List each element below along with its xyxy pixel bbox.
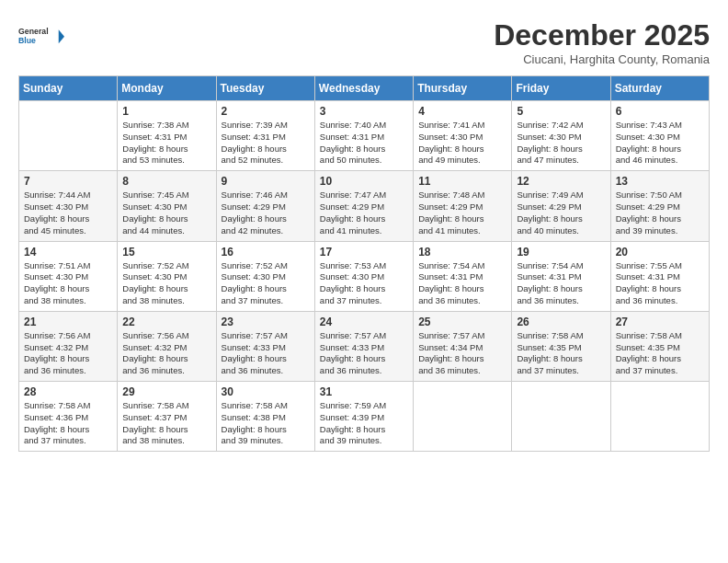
day-info: Sunrise: 7:56 AMSunset: 4:32 PMDaylight:… bbox=[122, 330, 210, 377]
day-number: 13 bbox=[616, 175, 704, 188]
day-info: Sunrise: 7:52 AMSunset: 4:30 PMDaylight:… bbox=[222, 260, 310, 307]
day-number: 6 bbox=[616, 105, 704, 118]
day-info: Sunrise: 7:43 AMSunset: 4:30 PMDaylight:… bbox=[616, 120, 704, 167]
day-number: 27 bbox=[616, 316, 704, 328]
day-info: Sunrise: 7:40 AMSunset: 4:31 PMDaylight:… bbox=[320, 120, 408, 167]
day-cell: 18Sunrise: 7:54 AMSunset: 4:31 PMDayligh… bbox=[414, 241, 512, 311]
day-cell: 24Sunrise: 7:57 AMSunset: 4:33 PMDayligh… bbox=[314, 311, 413, 381]
day-number: 3 bbox=[320, 105, 408, 118]
day-info: Sunrise: 7:42 AMSunset: 4:30 PMDaylight:… bbox=[517, 120, 605, 167]
month-title: December 2025 bbox=[494, 18, 710, 52]
day-info: Sunrise: 7:48 AMSunset: 4:29 PMDaylight:… bbox=[418, 190, 506, 236]
weekday-header-sunday: Sunday bbox=[19, 76, 118, 101]
day-number: 25 bbox=[418, 316, 506, 328]
day-number: 11 bbox=[418, 175, 506, 188]
day-cell: 17Sunrise: 7:53 AMSunset: 4:30 PMDayligh… bbox=[314, 241, 413, 311]
day-info: Sunrise: 7:58 AMSunset: 4:35 PMDaylight:… bbox=[517, 330, 605, 377]
day-cell: 30Sunrise: 7:58 AMSunset: 4:38 PMDayligh… bbox=[216, 382, 314, 452]
day-cell: 20Sunrise: 7:55 AMSunset: 4:31 PMDayligh… bbox=[610, 241, 709, 311]
day-cell: 6Sunrise: 7:43 AMSunset: 4:30 PMDaylight… bbox=[610, 101, 709, 171]
day-number: 20 bbox=[616, 246, 704, 259]
day-info: Sunrise: 7:39 AMSunset: 4:31 PMDaylight:… bbox=[222, 120, 310, 167]
day-number: 5 bbox=[517, 105, 605, 118]
weekday-header-thursday: Thursday bbox=[414, 76, 512, 101]
week-row-5: 28Sunrise: 7:58 AMSunset: 4:36 PMDayligh… bbox=[19, 382, 710, 452]
day-cell: 5Sunrise: 7:42 AMSunset: 4:30 PMDaylight… bbox=[512, 101, 610, 171]
day-number: 9 bbox=[222, 175, 310, 188]
day-number: 28 bbox=[24, 385, 112, 398]
day-number: 23 bbox=[222, 316, 310, 328]
day-info: Sunrise: 7:50 AMSunset: 4:29 PMDaylight:… bbox=[616, 190, 704, 236]
svg-text:Blue: Blue bbox=[18, 36, 36, 45]
day-cell bbox=[512, 382, 610, 452]
day-number: 8 bbox=[122, 175, 210, 188]
weekday-header-wednesday: Wednesday bbox=[314, 76, 413, 101]
day-number: 12 bbox=[517, 175, 605, 188]
day-number: 22 bbox=[122, 316, 210, 328]
day-info: Sunrise: 7:44 AMSunset: 4:30 PMDaylight:… bbox=[24, 190, 112, 236]
day-number: 2 bbox=[222, 105, 310, 118]
day-info: Sunrise: 7:57 AMSunset: 4:33 PMDaylight:… bbox=[222, 330, 310, 377]
day-cell: 16Sunrise: 7:52 AMSunset: 4:30 PMDayligh… bbox=[216, 241, 314, 311]
day-cell: 12Sunrise: 7:49 AMSunset: 4:29 PMDayligh… bbox=[512, 171, 610, 241]
day-number: 29 bbox=[122, 385, 210, 398]
day-number: 7 bbox=[24, 175, 112, 188]
week-row-4: 21Sunrise: 7:56 AMSunset: 4:32 PMDayligh… bbox=[19, 311, 710, 381]
day-cell: 31Sunrise: 7:59 AMSunset: 4:39 PMDayligh… bbox=[314, 382, 413, 452]
day-number: 10 bbox=[320, 175, 408, 188]
day-info: Sunrise: 7:41 AMSunset: 4:30 PMDaylight:… bbox=[418, 120, 506, 167]
day-cell: 4Sunrise: 7:41 AMSunset: 4:30 PMDaylight… bbox=[414, 101, 512, 171]
day-info: Sunrise: 7:45 AMSunset: 4:30 PMDaylight:… bbox=[122, 190, 210, 236]
day-number: 14 bbox=[24, 246, 112, 259]
day-cell: 9Sunrise: 7:46 AMSunset: 4:29 PMDaylight… bbox=[216, 171, 314, 241]
day-cell: 8Sunrise: 7:45 AMSunset: 4:30 PMDaylight… bbox=[118, 171, 216, 241]
day-info: Sunrise: 7:49 AMSunset: 4:29 PMDaylight:… bbox=[517, 190, 605, 236]
location-subtitle: Ciucani, Harghita County, Romania bbox=[494, 52, 710, 66]
day-cell: 2Sunrise: 7:39 AMSunset: 4:31 PMDaylight… bbox=[216, 101, 314, 171]
day-cell: 22Sunrise: 7:56 AMSunset: 4:32 PMDayligh… bbox=[118, 311, 216, 381]
day-cell: 14Sunrise: 7:51 AMSunset: 4:30 PMDayligh… bbox=[19, 241, 118, 311]
day-cell: 23Sunrise: 7:57 AMSunset: 4:33 PMDayligh… bbox=[216, 311, 314, 381]
day-info: Sunrise: 7:58 AMSunset: 4:37 PMDaylight:… bbox=[122, 400, 210, 447]
day-info: Sunrise: 7:52 AMSunset: 4:30 PMDaylight:… bbox=[122, 260, 210, 307]
day-info: Sunrise: 7:56 AMSunset: 4:32 PMDaylight:… bbox=[24, 330, 112, 377]
day-cell: 26Sunrise: 7:58 AMSunset: 4:35 PMDayligh… bbox=[512, 311, 610, 381]
day-info: Sunrise: 7:38 AMSunset: 4:31 PMDaylight:… bbox=[122, 120, 210, 167]
logo-svg: General Blue bbox=[18, 18, 64, 55]
day-cell bbox=[414, 382, 512, 452]
day-cell: 27Sunrise: 7:58 AMSunset: 4:35 PMDayligh… bbox=[610, 311, 709, 381]
day-number: 1 bbox=[122, 105, 210, 118]
weekday-header-friday: Friday bbox=[512, 76, 610, 101]
day-info: Sunrise: 7:51 AMSunset: 4:30 PMDaylight:… bbox=[24, 260, 112, 307]
day-number: 24 bbox=[320, 316, 408, 328]
svg-marker-2 bbox=[59, 29, 64, 43]
day-cell: 7Sunrise: 7:44 AMSunset: 4:30 PMDaylight… bbox=[19, 171, 118, 241]
day-cell: 3Sunrise: 7:40 AMSunset: 4:31 PMDaylight… bbox=[314, 101, 413, 171]
day-cell bbox=[610, 382, 709, 452]
week-row-1: 1Sunrise: 7:38 AMSunset: 4:31 PMDaylight… bbox=[19, 101, 710, 171]
day-number: 4 bbox=[418, 105, 506, 118]
day-cell: 29Sunrise: 7:58 AMSunset: 4:37 PMDayligh… bbox=[118, 382, 216, 452]
day-info: Sunrise: 7:58 AMSunset: 4:38 PMDaylight:… bbox=[222, 400, 310, 447]
day-number: 19 bbox=[517, 246, 605, 259]
day-cell: 10Sunrise: 7:47 AMSunset: 4:29 PMDayligh… bbox=[314, 171, 413, 241]
day-info: Sunrise: 7:47 AMSunset: 4:29 PMDaylight:… bbox=[320, 190, 408, 236]
week-row-2: 7Sunrise: 7:44 AMSunset: 4:30 PMDaylight… bbox=[19, 171, 710, 241]
day-number: 30 bbox=[222, 385, 310, 398]
day-cell: 15Sunrise: 7:52 AMSunset: 4:30 PMDayligh… bbox=[118, 241, 216, 311]
day-info: Sunrise: 7:57 AMSunset: 4:34 PMDaylight:… bbox=[418, 330, 506, 377]
day-info: Sunrise: 7:55 AMSunset: 4:31 PMDaylight:… bbox=[616, 260, 704, 307]
day-info: Sunrise: 7:54 AMSunset: 4:31 PMDaylight:… bbox=[418, 260, 506, 307]
day-cell: 28Sunrise: 7:58 AMSunset: 4:36 PMDayligh… bbox=[19, 382, 118, 452]
title-area: December 2025 Ciucani, Harghita County, … bbox=[494, 18, 710, 66]
day-cell: 13Sunrise: 7:50 AMSunset: 4:29 PMDayligh… bbox=[610, 171, 709, 241]
week-row-3: 14Sunrise: 7:51 AMSunset: 4:30 PMDayligh… bbox=[19, 241, 710, 311]
day-info: Sunrise: 7:53 AMSunset: 4:30 PMDaylight:… bbox=[320, 260, 408, 307]
day-number: 21 bbox=[24, 316, 112, 328]
svg-text:General: General bbox=[18, 27, 49, 36]
weekday-header-row: SundayMondayTuesdayWednesdayThursdayFrid… bbox=[19, 76, 710, 101]
day-cell: 1Sunrise: 7:38 AMSunset: 4:31 PMDaylight… bbox=[118, 101, 216, 171]
day-cell bbox=[19, 101, 118, 171]
day-cell: 11Sunrise: 7:48 AMSunset: 4:29 PMDayligh… bbox=[414, 171, 512, 241]
logo: General Blue bbox=[18, 18, 64, 55]
